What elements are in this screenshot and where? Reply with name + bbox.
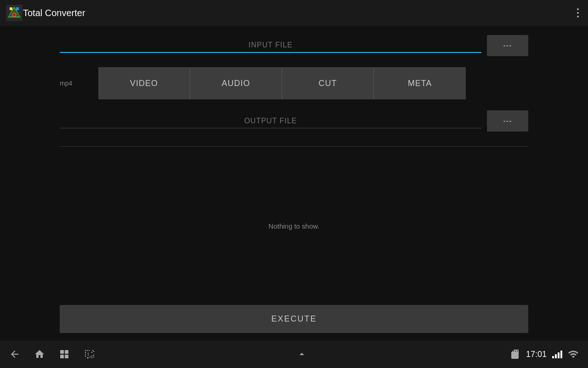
signal-icon xyxy=(552,350,562,358)
svg-rect-5 xyxy=(10,7,12,10)
output-section: --- xyxy=(0,99,588,132)
format-label: mp4 xyxy=(60,80,87,87)
mode-section: mp4 VIDEO AUDIO CUT META xyxy=(0,56,588,99)
execute-section: EXECUTE xyxy=(0,305,588,340)
nav-left-group xyxy=(9,349,95,360)
top-bar: Total Converter xyxy=(0,0,588,26)
svg-point-4 xyxy=(13,13,16,16)
execute-button[interactable]: EXECUTE xyxy=(60,305,528,333)
output-file-field[interactable] xyxy=(60,114,481,128)
app-title: Total Converter xyxy=(23,8,85,18)
screenshot-button[interactable] xyxy=(84,349,95,360)
output-browse-button[interactable]: --- xyxy=(487,110,528,132)
recents-button[interactable] xyxy=(59,349,70,360)
svg-rect-8 xyxy=(65,350,68,354)
input-browse-button[interactable]: --- xyxy=(487,35,528,56)
input-section: --- xyxy=(0,26,588,56)
audio-mode-button[interactable]: AUDIO xyxy=(190,67,282,99)
empty-log-message: Nothing to show. xyxy=(0,147,588,305)
main-content: --- mp4 VIDEO AUDIO CUT META --- Nothing… xyxy=(0,26,588,340)
back-button[interactable] xyxy=(9,349,20,360)
svg-rect-10 xyxy=(65,355,68,358)
app-icon-svg xyxy=(6,5,23,21)
svg-rect-7 xyxy=(60,350,64,354)
meta-mode-button[interactable]: META xyxy=(374,67,466,99)
nav-center-group xyxy=(296,349,307,360)
home-button[interactable] xyxy=(34,349,45,360)
sd-card-icon xyxy=(509,349,520,360)
nav-right-group: 17:01 xyxy=(509,349,579,360)
overflow-menu-button[interactable] xyxy=(575,6,581,19)
bottom-nav-bar: 17:01 xyxy=(0,340,588,368)
clock: 17:01 xyxy=(526,350,547,359)
video-mode-button[interactable]: VIDEO xyxy=(98,67,190,99)
svg-rect-9 xyxy=(60,355,64,358)
input-file-field[interactable] xyxy=(60,38,481,53)
svg-rect-6 xyxy=(16,7,19,10)
app-icon xyxy=(6,4,23,22)
up-button[interactable] xyxy=(296,349,307,360)
wifi-icon xyxy=(568,349,579,360)
cut-mode-button[interactable]: CUT xyxy=(282,67,374,99)
